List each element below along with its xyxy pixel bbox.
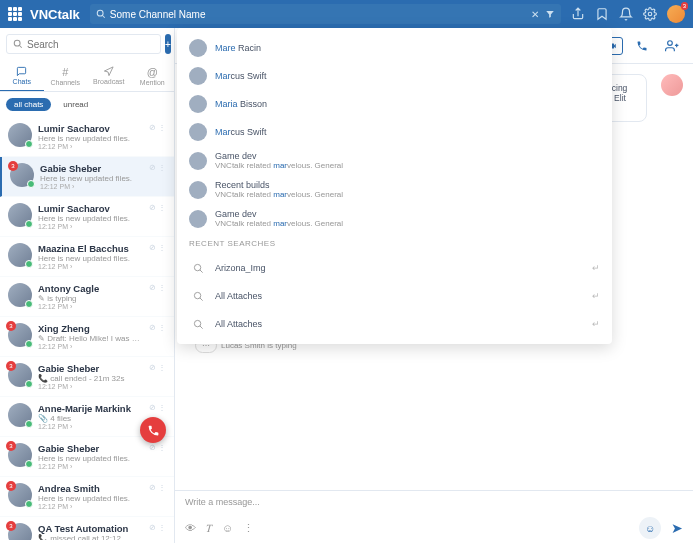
gear-icon[interactable] — [643, 7, 657, 21]
global-search-input[interactable] — [110, 9, 531, 20]
more-icon[interactable]: ⋮ — [243, 522, 254, 535]
chat-time: 12:12 PM › — [38, 303, 143, 310]
chat-item[interactable]: 3QA Test Automation📞 missed call at 12:1… — [0, 517, 174, 540]
chat-item-actions: ⊘ ⋮ — [149, 123, 166, 150]
avatar: 3 — [8, 443, 32, 467]
avatar: 3 — [8, 363, 32, 387]
chat-item[interactable]: Lumir SacharovHere is new updated files.… — [0, 197, 174, 237]
chat-item-actions: ⊘ ⋮ — [149, 283, 166, 310]
tab-chats[interactable]: Chats — [0, 60, 44, 91]
chat-time: 12:12 PM › — [38, 463, 143, 470]
mute-icon[interactable]: ⊘ — [149, 363, 156, 390]
svg-line-4 — [19, 45, 22, 48]
more-icon[interactable]: ⋮ — [158, 243, 166, 270]
share-icon[interactable] — [571, 7, 585, 21]
search-result-person[interactable]: Marcus Swift — [177, 118, 612, 146]
emoji-icon[interactable]: ☺ — [222, 522, 233, 534]
status-indicator — [25, 220, 33, 228]
mute-icon[interactable]: ⊘ — [149, 323, 156, 350]
search-result-channel[interactable]: Recent buildsVNCtalk related marvelous. … — [177, 175, 612, 204]
attach-icon[interactable]: 👁 — [185, 522, 196, 534]
mute-icon[interactable]: ⊘ — [149, 123, 156, 150]
filter-all-chats[interactable]: all chats — [6, 98, 51, 111]
chat-name: Gabie Sheber — [40, 163, 143, 174]
more-icon[interactable]: ⋮ — [158, 523, 166, 540]
sidebar-search[interactable] — [6, 34, 161, 54]
more-icon[interactable]: ⋮ — [158, 123, 166, 150]
search-result-channel[interactable]: Game devVNCtalk related marvelous. Gener… — [177, 204, 612, 233]
mute-icon[interactable]: ⊘ — [149, 243, 156, 270]
mute-icon[interactable]: ⊘ — [149, 203, 156, 230]
send-button[interactable]: ➤ — [671, 520, 683, 536]
insert-icon[interactable]: ↵ — [592, 319, 600, 329]
chat-list: Lumir SacharovHere is new updated files.… — [0, 117, 174, 540]
audio-call-button[interactable] — [631, 37, 653, 55]
global-search[interactable]: ✕ — [90, 4, 561, 24]
chat-item[interactable]: 3Gabie SheberHere is new updated files.1… — [0, 437, 174, 477]
new-chat-button[interactable]: + — [165, 34, 171, 54]
chat-preview: Here is new updated files. — [38, 134, 143, 143]
format-icon[interactable]: 𝑇 — [206, 522, 212, 535]
mute-icon[interactable]: ⊘ — [149, 483, 156, 510]
recent-search-item[interactable]: Arizona_Img↵ — [177, 254, 612, 282]
svg-point-5 — [194, 264, 200, 270]
chat-item[interactable]: 3Gabie Sheber📞 call ended - 21m 32s12:12… — [0, 357, 174, 397]
search-result-person[interactable]: Maria Bisson — [177, 90, 612, 118]
filter-icon[interactable] — [545, 9, 555, 19]
insert-icon[interactable]: ↵ — [592, 263, 600, 273]
svg-point-9 — [194, 320, 200, 326]
search-result-person[interactable]: Mare Racin — [177, 34, 612, 62]
avatar — [189, 210, 207, 228]
chat-item[interactable]: Antony Cagle✎ is typing12:12 PM ›⊘ ⋮ — [0, 277, 174, 317]
chat-item[interactable]: Lumir SacharovHere is new updated files.… — [0, 117, 174, 157]
status-indicator — [25, 140, 33, 148]
more-icon[interactable]: ⋮ — [158, 363, 166, 390]
more-icon[interactable]: ⋮ — [158, 323, 166, 350]
search-icon — [189, 315, 207, 333]
chat-item-actions: ⊘ ⋮ — [149, 163, 166, 190]
more-icon[interactable]: ⋮ — [158, 443, 166, 470]
add-user-button[interactable] — [661, 37, 683, 55]
sidebar-search-input[interactable] — [27, 39, 154, 50]
app-grid-icon[interactable] — [8, 7, 22, 21]
reaction-button[interactable]: ☺ — [639, 517, 661, 539]
mute-icon[interactable]: ⊘ — [149, 163, 156, 190]
bookmark-icon[interactable] — [595, 7, 609, 21]
chat-item[interactable]: 3Andrea SmithHere is new updated files.1… — [0, 477, 174, 517]
more-icon[interactable]: ⋮ — [158, 163, 166, 190]
more-icon[interactable]: ⋮ — [158, 203, 166, 230]
tab-channels[interactable]: #Channels — [44, 60, 88, 91]
compose-area: Write a message... 👁 𝑇 ☺ ⋮ ☺ ➤ — [175, 490, 693, 543]
clear-search-icon[interactable]: ✕ — [531, 9, 539, 20]
search-result-person[interactable]: Marcus Swift — [177, 62, 612, 90]
avatar — [189, 123, 207, 141]
unread-badge: 3 — [6, 361, 16, 371]
chat-preview: Here is new updated files. — [38, 454, 143, 463]
chat-time: 12:12 PM › — [38, 423, 143, 430]
mute-icon[interactable]: ⊘ — [149, 443, 156, 470]
user-avatar[interactable]: 3 — [667, 5, 685, 23]
avatar — [189, 181, 207, 199]
svg-line-6 — [199, 269, 202, 272]
search-result-channel[interactable]: Game devVNCtalk related marvelous. Gener… — [177, 146, 612, 175]
mute-icon[interactable]: ⊘ — [149, 523, 156, 540]
chat-item[interactable]: Maazina El BacchusHere is new updated fi… — [0, 237, 174, 277]
tab-broadcast[interactable]: Broadcast — [87, 60, 131, 91]
svg-point-2 — [648, 12, 652, 16]
compose-input[interactable]: Write a message... — [175, 491, 693, 513]
status-indicator — [25, 300, 33, 308]
chat-item[interactable]: 3Gabie SheberHere is new updated files.1… — [0, 157, 174, 197]
svg-point-7 — [194, 292, 200, 298]
more-icon[interactable]: ⋮ — [158, 283, 166, 310]
chat-preview: Here is new updated files. — [38, 254, 143, 263]
filter-unread[interactable]: unread — [55, 98, 96, 111]
call-fab[interactable] — [140, 417, 166, 443]
more-icon[interactable]: ⋮ — [158, 483, 166, 510]
mute-icon[interactable]: ⊘ — [149, 283, 156, 310]
tab-mention[interactable]: @Mention — [131, 60, 175, 91]
insert-icon[interactable]: ↵ — [592, 291, 600, 301]
chat-item[interactable]: 3Xing Zheng✎ Draft: Hello Mike! I was pl… — [0, 317, 174, 357]
recent-search-item[interactable]: All Attaches↵ — [177, 282, 612, 310]
recent-search-item[interactable]: All Attaches↵ — [177, 310, 612, 338]
bell-icon[interactable] — [619, 7, 633, 21]
